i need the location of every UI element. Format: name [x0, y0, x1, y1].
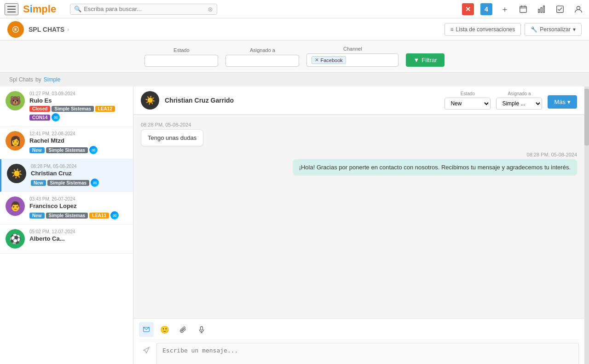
estado-filter-group: Estado [144, 47, 218, 67]
search-input[interactable] [84, 6, 208, 12]
chat-name: Christian Cruz [31, 170, 127, 177]
right-scrollbar[interactable] [584, 87, 589, 364]
list-item[interactable]: ☀️ 08:28 PM, 05-08-2024 Christian Cruz N… [0, 159, 133, 192]
filter-icon: ▼ [413, 57, 419, 64]
user-nav-icon[interactable] [572, 3, 584, 15]
breadcrumb: SPL CHATS › [29, 26, 69, 33]
breadcrumb-arrow: › [67, 26, 69, 33]
chart-nav-icon[interactable] [536, 3, 548, 15]
message-type-button[interactable] [139, 322, 154, 337]
conversation-list: 🐻 01:27 PM, 03-09-2024 Rulo Es Closed Si… [0, 87, 133, 254]
sub-breadcrumb-part1: Spl Chats [9, 76, 33, 83]
svg-rect-4 [538, 9, 540, 12]
personalizar-label: Personalizar [540, 26, 571, 33]
estado-label: Estado [144, 47, 218, 53]
chat-tags: New Simple Sistemas ✉ [29, 146, 127, 154]
avatar: 🐻 [6, 91, 25, 110]
sidebar-toggle-button[interactable] [7, 21, 24, 38]
tag-new: New [31, 180, 46, 186]
emoji-button[interactable]: 🙂 [157, 322, 172, 337]
message-bubble: Tengo unas dudas [141, 129, 203, 146]
filter-row: Estado Asignado a Channel ✕ Facebook ▼ F… [0, 40, 589, 73]
chat-tags: Closed Simple Sistemas LEA12 CON14 ✉ [29, 106, 127, 121]
chat-time: 12:41 PM, 22-08-2024 [29, 131, 75, 136]
sub-breadcrumb-sep: by [35, 76, 41, 83]
channel-tag-close[interactable]: ✕ [315, 57, 319, 63]
chat-meta: 12:41 PM, 22-08-2024 [29, 131, 127, 136]
channel-filter-input[interactable]: ✕ Facebook [306, 53, 398, 67]
tag-simple: Simple Sistemas [47, 180, 89, 186]
list-item[interactable]: 🐻 01:27 PM, 03-09-2024 Rulo Es Closed Si… [0, 87, 133, 127]
mas-chevron-icon: ▾ [567, 98, 571, 105]
svg-rect-6 [543, 6, 545, 12]
message-bubble: ¡Hola! Gracias por ponerte en contacto c… [293, 159, 577, 175]
search-icon: 🔍 [74, 6, 81, 12]
mas-button[interactable]: Más ▾ [548, 95, 577, 109]
tag-lea: LEA12 [95, 106, 115, 112]
channel-label: Channel [306, 46, 398, 52]
scrollbar-thumb [584, 89, 589, 145]
chat-header-controls: Estado New Asignado a Simple ... Más ▾ [445, 91, 577, 110]
top-nav: Simple 🔍 ⊗ ✕ 4 ＋ [0, 0, 589, 18]
header-actions: ≡ Lista de conversaciones 🔧 Personalizar… [445, 23, 582, 36]
plus-nav-icon[interactable]: ＋ [499, 3, 511, 15]
check-nav-icon[interactable] [554, 3, 566, 15]
avatar: 👨 [6, 196, 25, 216]
calendar-nav-icon[interactable] [517, 3, 529, 15]
messages-area[interactable]: 08:28 PM, 05-08-2024 Tengo unas dudas 08… [133, 115, 584, 318]
tag-new: New [29, 213, 45, 219]
message-input-row [139, 343, 579, 364]
list-icon: ≡ [450, 26, 454, 33]
messenger-icon: ✉ [110, 211, 119, 220]
chat-info: 03:43 PM, 26-07-2024 Francisco Lopez New… [29, 196, 127, 220]
message-time: 08:28 PM, 05-08-2024 [141, 122, 191, 127]
chat-asignado-label: Asignado a [508, 91, 531, 96]
list-item[interactable]: ⚽ 05:02 PM, 12-07-2024 Alberto Ca... [0, 225, 133, 254]
asignado-label: Asignado a [225, 47, 299, 53]
list-button-label: Lista de conversaciones [456, 26, 515, 33]
chat-info: 08:28 PM, 05-08-2024 Christian Cruz New … [31, 164, 127, 187]
chat-tags: New Simple Sistemas LEA11 ✉ [29, 211, 127, 220]
message-input[interactable] [156, 343, 579, 364]
tag-simple: Simple Sistemas [52, 106, 93, 112]
messenger-icon: ✉ [52, 113, 60, 121]
messenger-icon: ✉ [89, 146, 98, 154]
filter-button[interactable]: ▼ Filtrar [406, 53, 444, 67]
send-button[interactable] [139, 343, 154, 358]
breadcrumb-text: SPL CHATS [29, 26, 64, 33]
channel-tag: ✕ Facebook [312, 56, 346, 64]
search-clear-icon[interactable]: ⊗ [208, 6, 213, 13]
audio-button[interactable] [194, 322, 209, 337]
chat-asignado-select[interactable]: Simple ... [496, 98, 542, 110]
svg-rect-5 [541, 7, 542, 12]
list-conversations-button[interactable]: ≡ Lista de conversaciones [445, 23, 521, 36]
sub-breadcrumb-link[interactable]: Simple [44, 76, 61, 83]
message-group: 08:28 PM, 05-08-2024 Tengo unas dudas [141, 122, 577, 146]
chat-panel: ☀️ Christian Cruz Garrido Estado New Asi… [133, 87, 584, 364]
chat-time: 05:02 PM, 12-07-2024 [29, 229, 75, 234]
estado-input[interactable] [144, 55, 218, 67]
avatar: ☀️ [7, 164, 26, 183]
avatar: 👩 [6, 131, 25, 150]
personalizar-button[interactable]: 🔧 Personalizar ▾ [525, 23, 582, 36]
tag-new: New [29, 147, 45, 153]
search-bar: 🔍 ⊗ [70, 4, 217, 15]
header-bar: SPL CHATS › ≡ Lista de conversaciones 🔧 … [0, 18, 589, 40]
tag-closed: Closed [29, 106, 50, 112]
list-item[interactable]: 👩 12:41 PM, 22-08-2024 Rachel Mtzd New S… [0, 127, 133, 159]
chat-header: ☀️ Christian Cruz Garrido Estado New Asi… [133, 87, 584, 115]
chat-info: 05:02 PM, 12-07-2024 Alberto Ca... [29, 229, 127, 244]
chat-estado-select[interactable]: New [445, 98, 491, 110]
channel-filter-group: Channel ✕ Facebook [306, 46, 398, 67]
list-item[interactable]: 👨 03:43 PM, 26-07-2024 Francisco Lopez N… [0, 192, 133, 225]
asignado-input[interactable] [225, 55, 299, 67]
4-nav-icon[interactable]: 4 [480, 3, 492, 15]
mas-label: Más [554, 98, 566, 105]
attachment-button[interactable] [176, 322, 191, 337]
hamburger-button[interactable] [5, 3, 18, 15]
chat-meta: 08:28 PM, 05-08-2024 [31, 164, 127, 169]
svg-point-8 [577, 6, 580, 9]
chat-name: Rachel Mtzd [29, 137, 127, 144]
chat-name: Rulo Es [29, 97, 127, 104]
x-nav-icon[interactable]: ✕ [462, 3, 474, 15]
